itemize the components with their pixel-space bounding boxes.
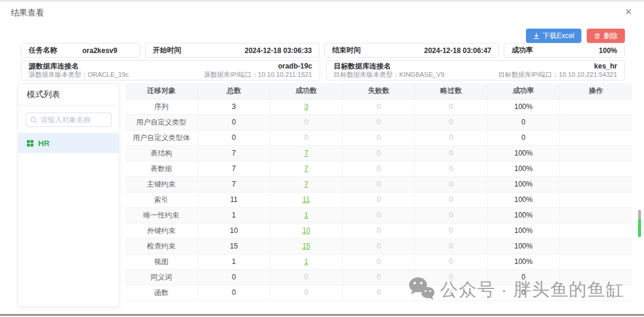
cell-failed: 0 xyxy=(342,207,414,223)
delete-button[interactable]: 删除 xyxy=(587,29,625,43)
cell-total: 0 xyxy=(197,130,270,145)
cell-rate: 0 xyxy=(487,130,559,145)
cell-failed: 0 xyxy=(342,269,414,285)
close-icon[interactable]: ✕ xyxy=(623,6,634,18)
cell-total: 11 xyxy=(197,192,270,207)
table-row: 用户自定义类型00000 xyxy=(125,114,632,130)
cell-failed: 0 xyxy=(342,285,414,300)
cell-failed: 0 xyxy=(342,130,414,145)
cell-operation xyxy=(560,145,632,161)
search-input[interactable] xyxy=(26,113,112,127)
target-db-name: kes_hr xyxy=(499,62,617,71)
search-icon xyxy=(30,116,38,126)
cell-success: 0 xyxy=(270,114,342,130)
success-count-link[interactable]: 11 xyxy=(302,195,309,204)
source-db-name: oradb-19c xyxy=(204,62,312,71)
download-excel-button[interactable]: 下载Excel xyxy=(526,29,581,43)
task-name-box: 任务名称 ora2kesv9 xyxy=(21,43,140,58)
cell-failed: 0 xyxy=(342,161,414,176)
cell-skipped: 0 xyxy=(415,207,487,223)
target-db-box: 目标数据库连接名 目标数据库版本类型：KINGBASE_V9 kes_hr 目标… xyxy=(326,60,626,80)
start-time-box: 开始时间 2024-12-18 03:06:33 xyxy=(145,43,320,58)
scrollbar-thumb[interactable] xyxy=(638,210,641,237)
cell-skipped: 0 xyxy=(415,238,487,254)
cell-operation xyxy=(560,114,632,130)
cell-failed: 0 xyxy=(342,238,414,254)
bottom-divider xyxy=(0,314,644,316)
cell-operation xyxy=(560,254,632,269)
cell-rate: 0 xyxy=(487,285,559,300)
cell-operation xyxy=(560,176,632,192)
cell-total: 0 xyxy=(197,269,270,285)
cell-object: 索引 xyxy=(125,192,197,207)
target-db-label: 目标数据库连接名 xyxy=(334,62,445,71)
cell-rate: 100% xyxy=(487,145,559,161)
cell-total: 0 xyxy=(197,285,270,300)
cell-rate: 100% xyxy=(487,207,559,223)
schema-sidebar: 模式列表 HR xyxy=(18,83,119,307)
cell-failed: 0 xyxy=(342,254,414,269)
table-row: 表结构7700100% xyxy=(125,145,632,161)
download-icon xyxy=(533,33,540,39)
cell-skipped: 0 xyxy=(415,223,487,238)
cell-skipped: 0 xyxy=(415,269,487,285)
cell-object: 同义词 xyxy=(125,269,197,285)
cell-failed: 0 xyxy=(342,223,414,238)
cell-total: 1 xyxy=(197,254,270,269)
cell-total: 15 xyxy=(197,238,270,254)
dialog-title: 结果查看 xyxy=(11,8,44,18)
success-rate-value: 100% xyxy=(599,46,617,55)
cell-rate: 0 xyxy=(487,269,559,285)
cell-object: 外键约束 xyxy=(125,223,197,238)
cell-operation xyxy=(560,223,632,238)
cell-rate: 100% xyxy=(487,223,559,238)
cell-operation xyxy=(560,285,632,300)
cell-total: 1 xyxy=(197,207,270,223)
success-count-link[interactable]: 1 xyxy=(304,211,308,219)
cell-object: 视图 xyxy=(125,254,197,269)
schema-name: HR xyxy=(38,139,49,148)
trash-icon xyxy=(594,33,600,39)
cell-operation xyxy=(560,192,632,207)
success-count-link[interactable]: 7 xyxy=(304,180,308,188)
cell-object: 函数 xyxy=(125,285,197,300)
cell-failed: 0 xyxy=(342,176,414,192)
download-excel-label: 下载Excel xyxy=(543,31,574,41)
schema-search xyxy=(26,113,112,127)
cell-operation xyxy=(560,269,632,285)
success-count-link[interactable]: 10 xyxy=(302,226,310,235)
cell-skipped: 0 xyxy=(415,114,487,130)
cell-success: 15 xyxy=(270,238,342,254)
database-row: 源数据库连接名 源数据库版本类型：ORACLE_19c oradb-19c 源数… xyxy=(21,60,625,80)
cell-skipped: 0 xyxy=(415,254,487,269)
success-count-link[interactable]: 7 xyxy=(304,164,308,173)
success-count-link[interactable]: 3 xyxy=(304,102,308,111)
source-db-label: 源数据库连接名 xyxy=(29,62,129,71)
table-row: 表数据7700100% xyxy=(125,161,632,176)
cell-total: 10 xyxy=(197,223,270,238)
cell-total: 7 xyxy=(197,176,270,192)
table-row: 函数00000 xyxy=(125,285,632,300)
table-row: 序列3300100% xyxy=(125,99,632,114)
cell-rate: 100% xyxy=(487,192,559,207)
results-table-body: 序列3300100%用户自定义类型00000用户自定义类型体00000表结构77… xyxy=(125,99,632,300)
table-row: 唯一性约束1100100% xyxy=(125,207,632,223)
column-header: 失败数 xyxy=(342,83,414,99)
cell-failed: 0 xyxy=(342,99,414,114)
success-count-link[interactable]: 1 xyxy=(304,257,308,266)
success-count-link[interactable]: 7 xyxy=(304,149,308,157)
table-header-row: 迁移对象总数成功数失败数略过数成功率操作 xyxy=(125,83,632,99)
sidebar-item-schema-hr[interactable]: HR xyxy=(18,133,119,153)
cell-total: 7 xyxy=(197,145,270,161)
column-header: 操作 xyxy=(560,83,632,99)
source-db-version: 源数据库版本类型：ORACLE_19c xyxy=(29,71,129,79)
table-row: 索引111100100% xyxy=(125,192,632,207)
target-db-ip: 目标数据库IP/端口：10.10.10.221:54321 xyxy=(499,71,617,79)
task-name-value: ora2kesv9 xyxy=(82,46,117,55)
table-row: 用户自定义类型体00000 xyxy=(125,130,632,145)
schema-grid-icon xyxy=(27,140,33,147)
cell-success: 3 xyxy=(270,99,342,114)
cell-total: 0 xyxy=(197,114,270,130)
cell-skipped: 0 xyxy=(415,285,487,300)
success-count-link[interactable]: 15 xyxy=(302,242,310,250)
